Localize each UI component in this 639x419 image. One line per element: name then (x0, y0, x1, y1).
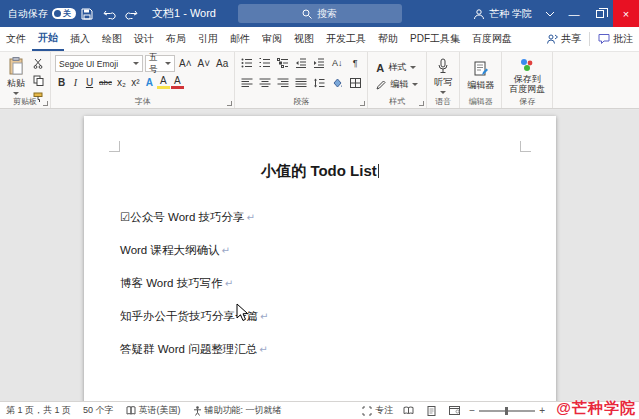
editing-button[interactable]: 编辑 (372, 77, 422, 92)
group-paragraph: A↓ ¶ 段落 (235, 52, 368, 108)
tab-review[interactable]: 审阅 (256, 27, 288, 51)
bullets-button[interactable] (239, 55, 255, 71)
autosave-toggle[interactable]: 自动保存 关 (8, 7, 76, 21)
document-canvas[interactable]: 小值的 Todo List ☑公众号 Word 技巧分享↵ Word 课程大纲确… (0, 110, 639, 401)
zoom-out-button[interactable]: − (469, 406, 475, 416)
borders-button[interactable] (347, 75, 363, 91)
ribbon-display-options-button[interactable] (539, 0, 561, 27)
tab-design[interactable]: 设计 (128, 27, 160, 51)
tab-insert[interactable]: 插入 (64, 27, 96, 51)
font-color-button[interactable]: A (171, 75, 184, 89)
zoom-slider[interactable] (479, 410, 535, 412)
editor-button[interactable]: 编辑器 (464, 55, 497, 97)
paste-button[interactable]: 粘贴 (4, 55, 28, 97)
change-case-button[interactable]: Aa (214, 57, 230, 70)
align-right-button[interactable] (275, 75, 291, 91)
show-marks-button[interactable]: ¶ (347, 55, 363, 71)
font-name-value: Segoe UI Emoji (59, 59, 118, 69)
undo-button[interactable] (98, 0, 120, 27)
justify-button[interactable] (293, 75, 309, 91)
text-effects-button[interactable]: A (143, 76, 156, 89)
todo-item[interactable]: 答疑群 Word 问题整理汇总↵ (120, 333, 556, 366)
numbering-button[interactable] (257, 55, 273, 71)
tab-file[interactable]: 文件 (0, 27, 32, 51)
dialog-launcher-icon[interactable] (419, 101, 424, 106)
line-spacing-button[interactable] (311, 75, 327, 91)
account-icon (473, 8, 485, 20)
read-mode-button[interactable] (400, 403, 416, 419)
doc-heading[interactable]: 小值的 Todo List (84, 162, 556, 181)
comments-button[interactable]: 批注 (598, 32, 633, 46)
restore-button[interactable] (587, 0, 613, 27)
tab-pdf-tools[interactable]: PDF工具集 (404, 27, 466, 51)
tab-draw[interactable]: 绘图 (96, 27, 128, 51)
tab-mailings[interactable]: 邮件 (224, 27, 256, 51)
tab-baidu-pan[interactable]: 百度网盘 (466, 27, 518, 51)
shading-button[interactable] (329, 75, 345, 91)
bullets-icon (241, 58, 253, 68)
language-status[interactable]: 英语(美国) (126, 404, 181, 417)
tab-developer[interactable]: 开发工具 (320, 27, 372, 51)
save-icon (81, 8, 93, 20)
page-count[interactable]: 第 1 页，共 1 页 (6, 404, 71, 417)
italic-button[interactable]: I (69, 76, 82, 89)
todo-item[interactable]: Word 课程大纲确认↵ (120, 234, 556, 267)
word-count[interactable]: 50 个字 (83, 404, 114, 417)
align-right-icon (277, 78, 289, 88)
web-layout-icon (449, 406, 460, 415)
increase-indent-button[interactable] (311, 55, 327, 71)
dictate-button[interactable]: 听写 (431, 55, 455, 97)
font-name-select[interactable]: Segoe UI Emoji (55, 55, 143, 72)
copy-button[interactable] (30, 72, 46, 88)
decrease-indent-button[interactable] (293, 55, 309, 71)
margin-mark-icon (109, 141, 120, 152)
redo-button[interactable] (120, 0, 142, 27)
autosave-state: 关 (63, 8, 71, 19)
save-button[interactable] (76, 0, 98, 27)
styles-button[interactable]: A 样式 (372, 60, 422, 75)
search-box[interactable]: 搜索 (238, 4, 402, 23)
focus-button[interactable]: 专注 (362, 404, 393, 417)
shrink-font-button[interactable]: A˅ (196, 57, 213, 70)
margin-mark-icon (520, 141, 531, 152)
tab-home[interactable]: 开始 (32, 27, 64, 51)
save-to-baidu-pan-button[interactable]: 保存到 百度网盘 (506, 55, 548, 97)
grow-font-button[interactable]: A˄ (177, 57, 194, 70)
subscript-button[interactable]: x₂ (115, 76, 128, 89)
underline-button[interactable]: U (83, 76, 96, 89)
dialog-launcher-icon[interactable] (360, 101, 365, 106)
zoom-slider-thumb[interactable] (505, 407, 508, 415)
align-center-button[interactable] (257, 75, 273, 91)
dialog-launcher-icon[interactable] (43, 101, 48, 106)
multilevel-list-button[interactable] (275, 55, 291, 71)
tab-references[interactable]: 引用 (192, 27, 224, 51)
cut-button[interactable] (30, 55, 46, 71)
page[interactable]: 小值的 Todo List ☑公众号 Word 技巧分享↵ Word 课程大纲确… (84, 116, 556, 401)
align-left-button[interactable] (239, 75, 255, 91)
tab-layout[interactable]: 布局 (160, 27, 192, 51)
font-size-select[interactable]: 五号 (145, 55, 175, 72)
todo-item[interactable]: 博客 Word 技巧写作↵ (120, 267, 556, 300)
zoom-in-button[interactable]: + (539, 406, 545, 416)
dialog-launcher-icon[interactable] (227, 101, 232, 106)
todo-item[interactable]: 知乎办公干货技巧分享一篇↵ (120, 300, 556, 333)
tab-help[interactable]: 帮助 (372, 27, 404, 51)
bold-button[interactable]: B (55, 76, 68, 89)
web-layout-button[interactable] (446, 403, 462, 419)
close-button[interactable]: × (613, 0, 639, 27)
todo-item[interactable]: ☑公众号 Word 技巧分享↵ (120, 201, 556, 234)
superscript-button[interactable]: x² (129, 76, 142, 89)
account-button[interactable]: 芒种 学院 (466, 0, 539, 27)
share-button[interactable]: 共享 (546, 32, 581, 46)
minimize-button[interactable]: — (561, 0, 587, 27)
group-voice: 听写 语音 (427, 52, 460, 108)
paragraph-mark-icon: ↵ (259, 344, 267, 355)
text-highlight-button[interactable]: A (157, 75, 170, 89)
strikethrough-button[interactable]: abc (97, 77, 114, 88)
tab-view[interactable]: 视图 (288, 27, 320, 51)
sort-button[interactable]: A↓ (329, 55, 345, 71)
print-layout-button[interactable] (423, 403, 439, 419)
accessibility-status[interactable]: 辅助功能: 一切就绪 (193, 404, 282, 417)
todo-list: ☑公众号 Word 技巧分享↵ Word 课程大纲确认↵ 博客 Word 技巧写… (120, 201, 556, 366)
group-clipboard: 粘贴 剪贴板 (0, 52, 51, 108)
